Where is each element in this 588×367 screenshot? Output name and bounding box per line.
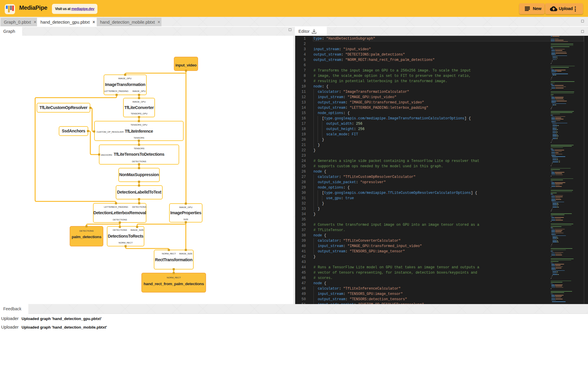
svg-text:IMAGE_SIZE: IMAGE_SIZE (179, 252, 192, 255)
svg-text:palm_detections: palm_detections (72, 235, 102, 239)
svg-text:TENSORS_GPU: TENSORS_GPU (131, 112, 148, 115)
svg-text:IMAGE_SIZE: IMAGE_SIZE (130, 229, 144, 231)
svg-text:TENSORS: TENSORS (133, 137, 144, 139)
svg-text:IMAGE_GPU: IMAGE_GPU (133, 90, 146, 92)
svg-text:ImageProperties: ImageProperties (170, 210, 202, 215)
svg-text:IMAGE_GPU: IMAGE_GPU (118, 77, 132, 80)
svg-text:DETECTIONS: DETECTIONS (132, 160, 146, 163)
svg-text:input_video: input_video (175, 63, 197, 67)
svg-text:ANCHORS: ANCHORS (101, 154, 112, 156)
svg-text:TfLiteInference: TfLiteInference (125, 129, 153, 134)
svg-text:NORM_RECT: NORM_RECT (162, 252, 176, 255)
svg-text:TfLiteConverter: TfLiteConverter (124, 105, 154, 110)
svg-text:LETTERBOX_PADDING: LETTERBOX_PADDING (104, 206, 128, 208)
svg-text:RectTransformation: RectTransformation (155, 257, 192, 262)
svg-text:IMAGE_GPU: IMAGE_GPU (179, 206, 192, 209)
svg-text:NORM_RECT: NORM_RECT (167, 276, 181, 279)
svg-text:DETECTIONS: DETECTIONS (113, 218, 127, 221)
svg-text:DetectionsToRects: DetectionsToRects (108, 234, 143, 238)
svg-text:LETTERBOX_PADDING: LETTERBOX_PADDING (104, 90, 128, 92)
svg-text:TENSORS_GPU: TENSORS_GPU (130, 124, 147, 126)
svg-text:CUSTOM_OP_RESOLVER: CUSTOM_OP_RESOLVER (97, 131, 124, 133)
svg-text:TfLiteCustomOpResolver: TfLiteCustomOpResolver (40, 105, 88, 110)
svg-text:TENSORS: TENSORS (134, 147, 144, 150)
svg-text:DETECTIONS: DETECTIONS (113, 229, 127, 231)
svg-text:DETECTIONS: DETECTIONS (79, 230, 94, 232)
svg-text:TfLiteTensorsToDetections: TfLiteTensorsToDetections (114, 152, 164, 157)
svg-text:SsdAnchors: SsdAnchors (62, 129, 85, 133)
svg-text:NORM_RECT: NORM_RECT (119, 241, 133, 244)
svg-text:DetectionLabelIdToText: DetectionLabelIdToText (117, 190, 162, 194)
svg-text:DETECTIONS: DETECTIONS (132, 206, 146, 208)
svg-text:ImageTransformation: ImageTransformation (105, 82, 146, 87)
svg-text:IMAGE_GPU: IMAGE_GPU (133, 100, 146, 103)
svg-text:DetectionLetterboxRemoval: DetectionLetterboxRemoval (93, 210, 146, 215)
svg-text:NonMaxSuppression: NonMaxSuppression (119, 172, 159, 177)
svg-text:hand_rect_from_palm_detections: hand_rect_from_palm_detections (143, 282, 204, 286)
svg-text:SIZE: SIZE (183, 218, 188, 221)
